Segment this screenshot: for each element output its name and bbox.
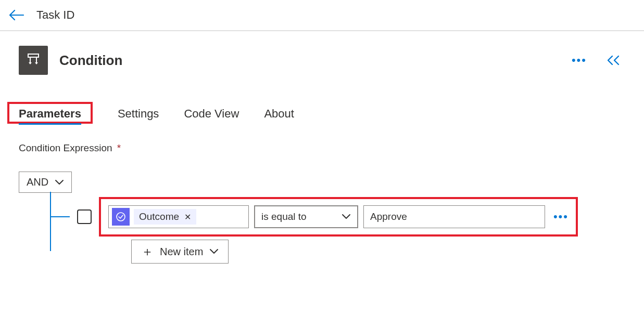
field-label: Condition Expression * [19, 142, 625, 154]
condition-tree: Outcome ✕ is equal to Approve ••• [50, 197, 625, 264]
plus-icon: ＋ [141, 245, 154, 258]
operator-dropdown[interactable]: is equal to [254, 205, 358, 228]
card-actions: ••• [572, 55, 621, 66]
tree-connector-vertical [50, 192, 51, 251]
row-more-button[interactable]: ••• [553, 210, 569, 224]
chevron-down-icon [342, 214, 351, 220]
collapse-button[interactable] [605, 55, 621, 66]
tabs: Parameters Settings Code View About [19, 107, 625, 124]
card-more-button[interactable]: ••• [572, 55, 587, 66]
svg-rect-0 [28, 54, 39, 57]
left-operand-input[interactable]: Outcome ✕ [108, 205, 249, 228]
right-operand-input[interactable]: Approve [363, 205, 545, 228]
new-item-button[interactable]: ＋ New item [131, 240, 229, 264]
value-text: Approve [370, 211, 407, 222]
tab-parameters[interactable]: Parameters [19, 107, 81, 125]
chevron-down-icon [209, 248, 219, 255]
callout-highlight-row: Outcome ✕ is equal to Approve ••• [99, 197, 578, 237]
condition-icon [19, 46, 48, 75]
card-header: Condition ••• [19, 46, 625, 75]
dynamic-content-icon [112, 208, 130, 226]
tree-connector-horizontal [50, 216, 70, 217]
svg-point-3 [117, 213, 125, 221]
callout-highlight-tabs: Parameters [7, 102, 93, 124]
tab-code-view[interactable]: Code View [184, 107, 239, 124]
arrow-left-icon [8, 9, 24, 21]
field-label-text: Condition Expression [19, 142, 112, 153]
chevron-double-left-icon [605, 55, 621, 66]
group-operator-dropdown[interactable]: AND [19, 172, 72, 193]
condition-row: Outcome ✕ is equal to Approve ••• [50, 197, 625, 237]
group-operator-label: AND [27, 176, 48, 188]
header-bar: Task ID [0, 0, 644, 31]
tab-about[interactable]: About [264, 107, 294, 124]
required-indicator: * [117, 142, 121, 153]
new-item-label: New item [160, 246, 203, 258]
tab-settings[interactable]: Settings [118, 107, 159, 124]
card-title: Condition [59, 52, 560, 69]
row-checkbox[interactable] [77, 209, 92, 224]
chevron-down-icon [55, 179, 64, 186]
content-area: Condition ••• Parameters Settings Code V… [0, 31, 644, 274]
operator-label: is equal to [261, 211, 307, 222]
token-label: Outcome [139, 211, 179, 222]
expression-builder: AND [19, 172, 625, 264]
back-button[interactable] [8, 9, 24, 21]
token-outcome: Outcome ✕ [134, 209, 196, 225]
page-title: Task ID [36, 8, 74, 22]
token-remove-button[interactable]: ✕ [184, 212, 191, 222]
